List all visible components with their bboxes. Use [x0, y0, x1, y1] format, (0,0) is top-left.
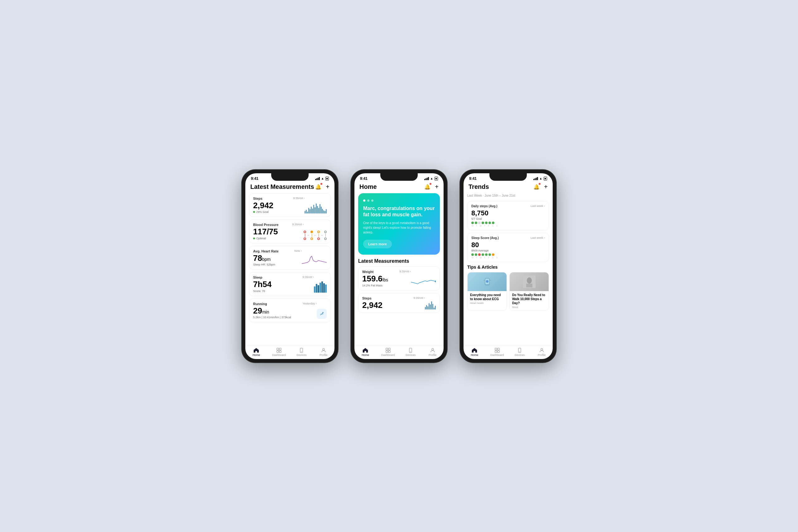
ecg-article-image — [468, 272, 507, 291]
nav-profile-middle[interactable]: Profile — [426, 348, 439, 357]
sleep-sub: Score: 70 — [253, 289, 314, 293]
bp-value: 117/75 — [253, 227, 304, 236]
signal-icon-r — [533, 177, 538, 180]
nav-home-label-middle: Home — [362, 354, 369, 357]
running-icon — [317, 309, 327, 319]
phone-frame-right: 9:41 ▲ ■ Trends — [460, 170, 556, 363]
top-actions-left: 🔔 + — [315, 183, 329, 191]
latest-measurements-title: Latest Measurements — [358, 258, 440, 264]
nav-devices-right[interactable]: Devices — [513, 348, 526, 357]
devices-icon-right — [517, 348, 522, 353]
nav-home-left[interactable]: Home — [250, 348, 263, 357]
trends-subtitle: Last Week · June 15th – June 21st — [467, 194, 549, 197]
svg-rect-0 — [319, 311, 324, 316]
profile-icon-right — [539, 348, 544, 353]
add-button-left[interactable]: + — [326, 183, 329, 190]
phones-container: 9:41 ▲ ■ Latest Measurements — [242, 170, 556, 363]
ecg-article-card[interactable]: Everything you need to know about ECG He… — [467, 272, 507, 311]
content-middle: Marc, congratulations on your fat loss a… — [355, 193, 443, 346]
nav-home-middle[interactable]: Home — [359, 348, 372, 357]
promo-dot-3 — [371, 200, 374, 202]
tips-section: Tips & Articles — [467, 265, 549, 311]
running-card[interactable]: Running Yesterday › 29min 5.2km | 10:41m… — [249, 299, 331, 323]
sleep-score-trend-link[interactable]: Last week › — [531, 236, 545, 239]
nav-dashboard-right[interactable]: Dashboard — [490, 348, 504, 357]
status-icons-right: ▲ ■ — [533, 177, 547, 180]
nav-profile-label-left: Profile — [320, 354, 328, 357]
running-sub: 5.2km | 10:41min/km | 373kcal — [253, 316, 317, 319]
weight-sparkline — [411, 276, 436, 287]
weight-card[interactable]: Weight 9:39AM › 159.6lbs 14.2% Fat Mass — [358, 266, 440, 290]
sleep-score-dots — [471, 253, 545, 256]
bp-card[interactable]: Blood Pressure 9:39AM › 117/75 Optimal — [249, 220, 331, 243]
daily-steps-trend-title: Daily steps (Avg.) — [471, 205, 497, 208]
status-time-right: 9:41 — [469, 176, 477, 181]
nav-devices-label-right: Devices — [515, 354, 525, 357]
phone-middle: 9:41 ▲ ■ Home — [351, 170, 447, 363]
nav-profile-left[interactable]: Profile — [317, 348, 330, 357]
nav-dashboard-label-middle: Dashboard — [381, 354, 395, 357]
daily-steps-trend-link[interactable]: Last week › — [531, 205, 545, 208]
status-bar-right: 9:41 ▲ ■ — [463, 173, 553, 182]
steps-time-middle: 9:39AM › — [413, 297, 425, 300]
battery-icon-m: ■ — [435, 177, 438, 180]
nav-dashboard-middle[interactable]: Dashboard — [381, 348, 395, 357]
promo-dot-2 — [367, 200, 369, 202]
hr-title: Avg. Heart Rate — [253, 249, 279, 253]
running-value: 29min — [253, 306, 317, 316]
top-actions-middle: 🔔 + — [424, 183, 439, 191]
devices-icon-middle — [408, 348, 413, 353]
sleep-time: 9:39AM › — [302, 276, 314, 279]
home-icon-left — [253, 348, 259, 353]
hr-time: Now › — [294, 249, 302, 252]
bell-button-right[interactable]: 🔔 — [533, 183, 540, 191]
svg-point-21 — [486, 280, 489, 283]
wifi-icon-m: ▲ — [430, 177, 433, 180]
nav-dashboard-left[interactable]: Dashboard — [272, 348, 286, 357]
promo-card[interactable]: Marc, congratulations on your fat loss a… — [358, 193, 440, 255]
bell-button-left[interactable]: 🔔 — [315, 183, 322, 191]
status-time-middle: 9:41 — [360, 176, 367, 181]
sleep-value: 7h54 — [253, 280, 314, 289]
nav-devices-middle[interactable]: Devices — [404, 348, 417, 357]
steps-article-image — [510, 272, 549, 291]
notification-dot-left — [320, 183, 323, 185]
svg-point-23 — [527, 278, 532, 284]
running-time: Yesterday › — [303, 302, 317, 305]
steps-card-middle[interactable]: Steps 9:39AM › 2,942 — [358, 293, 440, 313]
steps-article-card[interactable]: Do You Really Need to Walk 10,000 Steps … — [509, 272, 549, 311]
hr-card[interactable]: Avg. Heart Rate Now › 78bpm Sleep HR: 52… — [249, 246, 331, 270]
status-bar-middle: 9:41 ▲ ■ — [355, 173, 443, 182]
sleep-card[interactable]: Sleep 9:39AM › 7h54 Score: 70 — [249, 272, 331, 296]
add-button-middle[interactable]: + — [435, 183, 439, 190]
nav-devices-left[interactable]: Devices — [295, 348, 308, 357]
top-bar-right: Trends 🔔 + — [463, 182, 553, 193]
bell-button-middle[interactable]: 🔔 — [424, 183, 431, 191]
steps-sub: 29% Goal — [253, 210, 305, 213]
phone-left: 9:41 ▲ ■ Latest Measurements — [242, 170, 338, 363]
steps-card[interactable]: Steps 9:39AM › 2,942 29% Goal — [249, 193, 331, 217]
svg-rect-13 — [388, 350, 390, 353]
nav-home-right[interactable]: Home — [468, 348, 481, 357]
svg-rect-11 — [388, 348, 390, 350]
home-icon-right — [472, 348, 477, 353]
daily-steps-trend-card[interactable]: Daily steps (Avg.) Last week › 8,750 5/7… — [467, 201, 549, 230]
notification-dot-right — [538, 183, 541, 185]
status-time-left: 9:41 — [251, 176, 259, 181]
learn-more-button[interactable]: Learn more — [363, 240, 392, 248]
sleep-score-trend-card[interactable]: Sleep Score (Avg.) Last week › 80 8h09 A… — [467, 233, 549, 262]
svg-point-9 — [435, 281, 436, 282]
steps-dot — [253, 211, 255, 213]
devices-icon-left — [299, 348, 304, 353]
svg-rect-25 — [495, 348, 497, 350]
daily-steps-dots — [471, 222, 494, 224]
bp-chart — [304, 231, 327, 240]
signal-icon — [315, 177, 320, 180]
bottom-nav-left: Home Dashboard — [245, 346, 335, 359]
add-button-right[interactable]: + — [544, 183, 548, 190]
svg-rect-10 — [386, 348, 388, 350]
hr-value: 78bpm — [253, 254, 302, 263]
nav-profile-right[interactable]: Profile — [535, 348, 548, 357]
sleep-score-trend-sub: 8h09 Average — [471, 249, 545, 252]
steps-value-middle: 2,942 — [362, 301, 425, 310]
